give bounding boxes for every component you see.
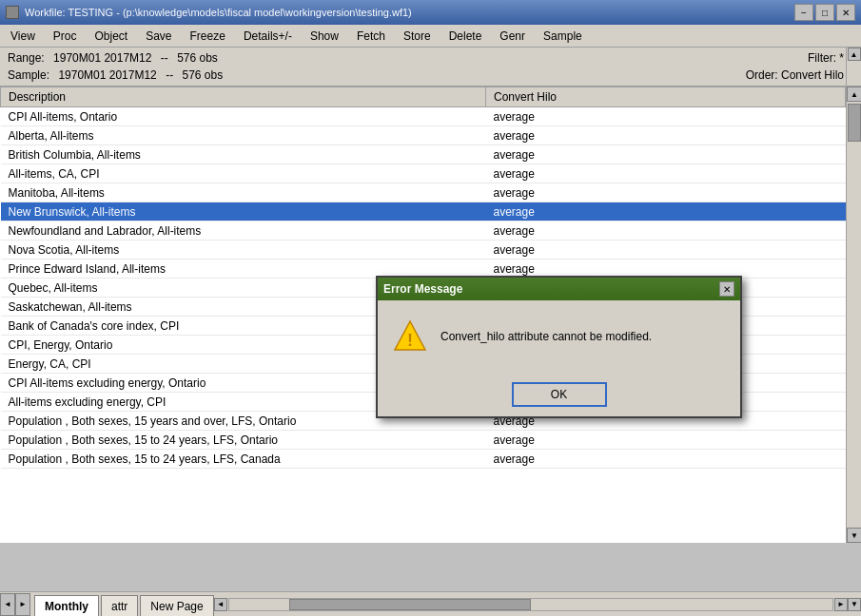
error-dialog: Error Message ✕ ! Convert_hilo attribute… — [376, 276, 742, 418]
modal-message: Convert_hilo attribute cannot be modifie… — [440, 330, 725, 343]
svg-text:!: ! — [407, 331, 413, 350]
modal-overlay: Error Message ✕ ! Convert_hilo attribute… — [0, 0, 861, 616]
modal-body: ! Convert_hilo attribute cannot be modif… — [378, 300, 740, 373]
ok-button[interactable]: OK — [512, 382, 607, 407]
modal-title: Error Message — [383, 282, 462, 296]
modal-footer: OK — [378, 373, 740, 416]
modal-close-button[interactable]: ✕ — [719, 281, 734, 297]
warning-icon: ! — [393, 319, 427, 354]
modal-titlebar: Error Message ✕ — [378, 278, 740, 300]
